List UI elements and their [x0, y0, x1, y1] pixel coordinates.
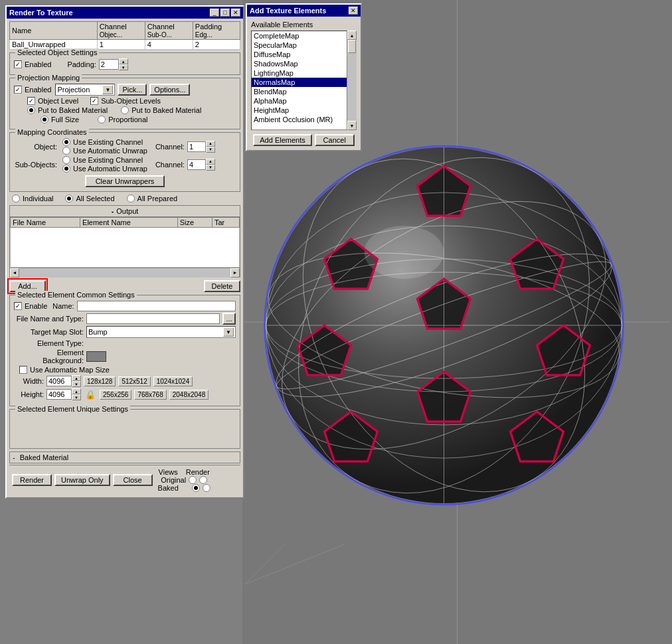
element-background-color[interactable]	[86, 351, 106, 362]
scroll-thumb[interactable]	[348, 40, 356, 53]
target-map-slot-arrow[interactable]: ▼	[223, 327, 234, 337]
height-input[interactable]	[46, 389, 72, 400]
mapping-coordinates-title: Mapping Coordinates	[15, 128, 89, 136]
proj-enabled-label: Enabled	[25, 86, 51, 94]
list-item-shadowsmap[interactable]: ShadowsMap	[252, 59, 347, 68]
channel-up-arrow[interactable]: ▲	[206, 141, 215, 147]
target-map-slot-dropdown[interactable]: Bump ▼	[86, 326, 236, 338]
delete-button[interactable]: Delete	[204, 280, 240, 292]
element-enable-checkbox[interactable]	[14, 302, 22, 310]
size-768x768-button[interactable]: 768x768	[134, 390, 166, 400]
all-prepared-label: All Prepared	[137, 195, 178, 202]
sub-use-automatic-radio[interactable]	[62, 165, 70, 173]
width-input[interactable]	[46, 376, 72, 386]
element-name-input[interactable]	[77, 301, 236, 311]
ate-close-button[interactable]: ✕	[349, 7, 358, 15]
auto-map-size-checkbox[interactable]	[19, 366, 27, 374]
height-spinbox[interactable]: ▲ ▼	[46, 388, 81, 400]
size-1024x1024-button[interactable]: 1024x1024	[153, 376, 193, 386]
full-size-label: Full Size	[51, 116, 79, 123]
maximize-button[interactable]: □	[220, 9, 230, 17]
sub-channel-up-arrow[interactable]: ▲	[206, 159, 215, 165]
baked-label: Baked	[158, 484, 179, 492]
element-background-label: Element Background:	[14, 349, 84, 364]
channel-down-arrow[interactable]: ▼	[206, 147, 215, 153]
clear-unwrappers-button[interactable]: Clear Unwrappers	[85, 175, 165, 187]
list-item-diffusemap[interactable]: DiffuseMap	[252, 50, 347, 59]
enabled-checkbox[interactable]	[14, 60, 22, 68]
put-baked-radio2[interactable]	[121, 106, 129, 114]
sub-object-levels-checkbox[interactable]	[90, 97, 98, 105]
list-item-specularmap[interactable]: SpecularMap	[252, 40, 347, 50]
list-item-lightingmap[interactable]: LightingMap	[252, 68, 347, 78]
individual-radio[interactable]	[12, 195, 20, 202]
sub-channel-spinbox[interactable]: ▲ ▼	[187, 159, 215, 171]
channel-spinbox[interactable]: ▲ ▼	[187, 141, 215, 153]
padding-down-arrow[interactable]: ▼	[119, 64, 128, 70]
width-down-arrow[interactable]: ▼	[72, 381, 81, 387]
cancel-button[interactable]: Cancel	[315, 134, 355, 146]
baked-collapse-btn[interactable]: -	[13, 453, 15, 461]
baked-render-radio[interactable]	[203, 484, 210, 492]
proj-enabled-checkbox[interactable]	[14, 86, 22, 94]
size-512x512-button[interactable]: 512x512	[118, 376, 150, 386]
views-render-labels: Views Render	[159, 468, 210, 476]
render-button[interactable]: Render	[12, 474, 52, 486]
svg-point-26	[365, 226, 444, 279]
add-elements-button[interactable]: Add Elements	[253, 134, 311, 146]
padding-arrows: ▲ ▼	[119, 58, 128, 70]
sub-channel-down-arrow[interactable]: ▼	[206, 165, 215, 171]
put-baked-radio1[interactable]	[27, 106, 35, 114]
sub-channel-input[interactable]	[187, 159, 206, 170]
sub-use-existing-radio[interactable]	[62, 156, 70, 164]
file-name-input[interactable]	[86, 313, 220, 324]
unwrap-only-button[interactable]: Unwrap Only	[54, 474, 110, 486]
list-item-blendmap[interactable]: BlendMap	[252, 87, 347, 96]
minimize-button[interactable]: _	[210, 9, 219, 17]
close-button[interactable]: ✕	[231, 9, 240, 17]
use-existing-radio[interactable]	[62, 138, 70, 146]
scroll-left-btn[interactable]: ◄	[10, 268, 19, 278]
size-128x128-button[interactable]: 128x128	[84, 376, 116, 386]
size-256x256-button[interactable]: 256x256	[100, 390, 131, 400]
scroll-up-btn[interactable]: ▲	[347, 31, 357, 40]
height-down-arrow[interactable]: ▼	[72, 394, 81, 400]
rtt-titlebar: Render To Texture _ □ ✕	[7, 7, 243, 19]
list-item-completemap[interactable]: CompleteMap	[252, 31, 347, 40]
ate-list[interactable]: CompleteMap SpecularMap DiffuseMap Shado…	[251, 31, 347, 130]
list-item-heightmap[interactable]: HeightMap	[252, 106, 347, 115]
width-spinbox[interactable]: ▲ ▼	[46, 375, 81, 387]
browse-button[interactable]: ...	[222, 313, 236, 325]
scroll-down-btn[interactable]: ▼	[347, 121, 357, 130]
original-render-radio[interactable]	[199, 476, 207, 484]
all-selected-radio[interactable]	[65, 195, 73, 202]
scroll-right-btn[interactable]: ►	[230, 268, 240, 278]
projection-dropdown[interactable]: Projection ▼	[55, 84, 115, 96]
output-scrollbar[interactable]: ◄ ►	[10, 268, 240, 277]
list-item-alphamap[interactable]: AlphaMap	[252, 96, 347, 106]
use-automatic-label: Use Automatic Unwrap	[73, 147, 147, 155]
height-up-arrow[interactable]: ▲	[72, 388, 81, 394]
output-collapse-btn[interactable]: -	[112, 207, 114, 215]
proportional-radio[interactable]	[98, 116, 106, 123]
padding-spinbox[interactable]: 2 ▲ ▼	[99, 58, 128, 70]
padding-up-arrow[interactable]: ▲	[119, 58, 128, 64]
pick-button[interactable]: Pick...	[118, 84, 147, 96]
object-level-checkbox[interactable]	[27, 97, 35, 105]
projection-dropdown-arrow[interactable]: ▼	[102, 85, 113, 94]
channel-input[interactable]	[187, 141, 206, 152]
width-up-arrow[interactable]: ▲	[72, 375, 81, 381]
options-button[interactable]: Options...	[149, 84, 190, 96]
list-item-normalsmap[interactable]: NormalsMap	[252, 78, 347, 87]
use-automatic-radio[interactable]	[62, 147, 70, 155]
ate-titlebar-buttons: ✕	[349, 7, 358, 15]
close-panel-button[interactable]: Close	[113, 474, 153, 486]
original-views-radio[interactable]	[189, 476, 197, 484]
padding-input[interactable]: 2	[99, 59, 119, 70]
baked-views-radio[interactable]	[192, 484, 200, 492]
all-prepared-radio[interactable]	[127, 195, 135, 202]
full-size-radio[interactable]	[41, 116, 48, 123]
list-item-ambient-occlusion[interactable]: Ambient Occlusion (MR)	[252, 115, 347, 124]
lock-icon[interactable]: 🔒	[85, 390, 96, 400]
size-2048x2048-button[interactable]: 2048x2048	[169, 390, 209, 400]
